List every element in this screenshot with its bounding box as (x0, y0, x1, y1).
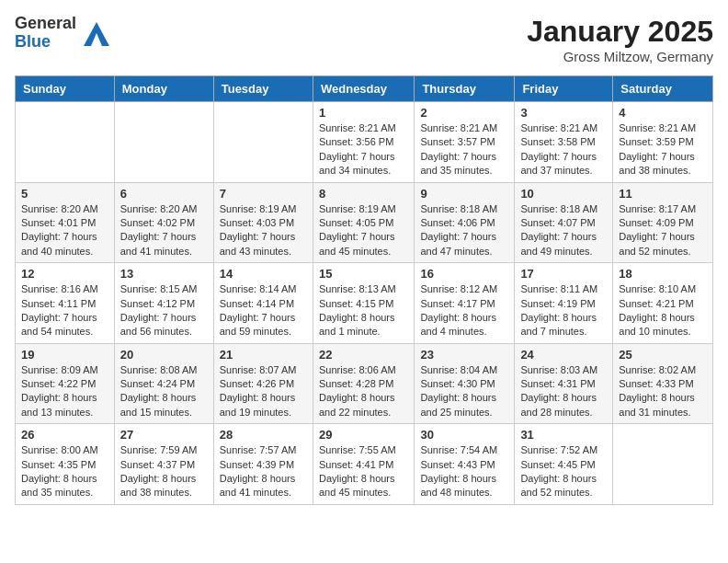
day-number: 31 (520, 428, 607, 442)
calendar-cell: 21Sunrise: 8:07 AM Sunset: 4:26 PM Dayli… (213, 343, 313, 424)
calendar-cell: 1Sunrise: 8:21 AM Sunset: 3:56 PM Daylig… (313, 102, 414, 183)
calendar-cell: 27Sunrise: 7:59 AM Sunset: 4:37 PM Dayli… (114, 424, 213, 505)
day-info: Sunrise: 7:54 AM Sunset: 4:43 PM Dayligh… (420, 443, 508, 500)
day-info: Sunrise: 8:18 AM Sunset: 4:07 PM Dayligh… (520, 202, 607, 259)
calendar-cell: 16Sunrise: 8:12 AM Sunset: 4:17 PM Dayli… (415, 263, 515, 344)
day-number: 4 (619, 106, 707, 120)
calendar-cell (213, 102, 313, 183)
day-number: 26 (21, 428, 108, 442)
day-number: 30 (420, 428, 508, 442)
weekday-header: Sunday (16, 76, 115, 102)
weekday-header: Monday (114, 76, 213, 102)
weekday-header: Wednesday (313, 76, 414, 102)
calendar-week-row: 26Sunrise: 8:00 AM Sunset: 4:35 PM Dayli… (16, 424, 713, 505)
calendar-cell (114, 102, 213, 183)
day-info: Sunrise: 8:12 AM Sunset: 4:17 PM Dayligh… (420, 282, 508, 339)
calendar-cell (613, 424, 713, 505)
day-number: 15 (319, 267, 408, 281)
calendar-cell: 8Sunrise: 8:19 AM Sunset: 4:05 PM Daylig… (313, 182, 414, 263)
title-block: January 2025 Gross Miltzow, Germany (527, 15, 713, 64)
weekday-header: Tuesday (213, 76, 313, 102)
day-number: 16 (420, 267, 508, 281)
day-info: Sunrise: 8:04 AM Sunset: 4:30 PM Dayligh… (420, 363, 508, 420)
logo: General Blue (15, 15, 113, 52)
day-info: Sunrise: 8:20 AM Sunset: 4:01 PM Dayligh… (21, 202, 108, 259)
calendar-cell: 4Sunrise: 8:21 AM Sunset: 3:59 PM Daylig… (613, 102, 713, 183)
day-info: Sunrise: 8:21 AM Sunset: 3:57 PM Dayligh… (420, 121, 508, 178)
day-number: 25 (619, 348, 707, 362)
logo-text-blue: Blue (15, 33, 51, 52)
day-number: 13 (120, 267, 208, 281)
location-title: Gross Miltzow, Germany (527, 49, 713, 64)
day-info: Sunrise: 8:07 AM Sunset: 4:26 PM Dayligh… (220, 363, 307, 420)
calendar-cell (16, 102, 115, 183)
calendar-week-row: 19Sunrise: 8:09 AM Sunset: 4:22 PM Dayli… (16, 343, 713, 424)
day-info: Sunrise: 8:02 AM Sunset: 4:33 PM Dayligh… (619, 363, 707, 420)
day-info: Sunrise: 8:10 AM Sunset: 4:21 PM Dayligh… (619, 282, 707, 339)
day-info: Sunrise: 8:17 AM Sunset: 4:09 PM Dayligh… (619, 202, 707, 259)
day-number: 19 (21, 348, 108, 362)
day-number: 14 (220, 267, 307, 281)
day-number: 17 (520, 267, 607, 281)
day-info: Sunrise: 8:00 AM Sunset: 4:35 PM Dayligh… (21, 443, 108, 500)
calendar-cell: 13Sunrise: 8:15 AM Sunset: 4:12 PM Dayli… (114, 263, 213, 344)
calendar-cell: 23Sunrise: 8:04 AM Sunset: 4:30 PM Dayli… (415, 343, 515, 424)
day-number: 24 (520, 348, 607, 362)
day-number: 1 (319, 106, 408, 120)
day-number: 10 (520, 187, 607, 201)
weekday-header-row: SundayMondayTuesdayWednesdayThursdayFrid… (16, 76, 713, 102)
calendar-cell: 5Sunrise: 8:20 AM Sunset: 4:01 PM Daylig… (16, 182, 115, 263)
day-info: Sunrise: 7:52 AM Sunset: 4:45 PM Dayligh… (520, 443, 607, 500)
calendar-cell: 29Sunrise: 7:55 AM Sunset: 4:41 PM Dayli… (313, 424, 414, 505)
day-number: 2 (420, 106, 508, 120)
day-number: 21 (220, 348, 307, 362)
calendar-cell: 20Sunrise: 8:08 AM Sunset: 4:24 PM Dayli… (114, 343, 213, 424)
page-header: General Blue January 2025 Gross Miltzow,… (15, 15, 713, 64)
calendar-cell: 22Sunrise: 8:06 AM Sunset: 4:28 PM Dayli… (313, 343, 414, 424)
day-info: Sunrise: 8:19 AM Sunset: 4:03 PM Dayligh… (220, 202, 307, 259)
calendar-cell: 3Sunrise: 8:21 AM Sunset: 3:58 PM Daylig… (515, 102, 613, 183)
calendar-cell: 28Sunrise: 7:57 AM Sunset: 4:39 PM Dayli… (213, 424, 313, 505)
calendar-cell: 7Sunrise: 8:19 AM Sunset: 4:03 PM Daylig… (213, 182, 313, 263)
logo-icon (80, 17, 113, 50)
day-number: 28 (220, 428, 307, 442)
day-number: 7 (220, 187, 307, 201)
calendar-week-row: 5Sunrise: 8:20 AM Sunset: 4:01 PM Daylig… (16, 182, 713, 263)
calendar-cell: 19Sunrise: 8:09 AM Sunset: 4:22 PM Dayli… (16, 343, 115, 424)
day-info: Sunrise: 8:14 AM Sunset: 4:14 PM Dayligh… (220, 282, 307, 339)
day-info: Sunrise: 8:09 AM Sunset: 4:22 PM Dayligh… (21, 363, 108, 420)
day-info: Sunrise: 8:18 AM Sunset: 4:06 PM Dayligh… (420, 202, 508, 259)
calendar-cell: 11Sunrise: 8:17 AM Sunset: 4:09 PM Dayli… (613, 182, 713, 263)
day-number: 11 (619, 187, 707, 201)
weekday-header: Thursday (415, 76, 515, 102)
day-number: 23 (420, 348, 508, 362)
calendar-cell: 26Sunrise: 8:00 AM Sunset: 4:35 PM Dayli… (16, 424, 115, 505)
day-number: 27 (120, 428, 208, 442)
day-info: Sunrise: 8:11 AM Sunset: 4:19 PM Dayligh… (520, 282, 607, 339)
day-number: 29 (319, 428, 408, 442)
day-info: Sunrise: 8:21 AM Sunset: 3:59 PM Dayligh… (619, 121, 707, 178)
logo-text-general: General (15, 15, 76, 33)
day-info: Sunrise: 7:57 AM Sunset: 4:39 PM Dayligh… (220, 443, 307, 500)
calendar-cell: 6Sunrise: 8:20 AM Sunset: 4:02 PM Daylig… (114, 182, 213, 263)
calendar-cell: 17Sunrise: 8:11 AM Sunset: 4:19 PM Dayli… (515, 263, 613, 344)
calendar-cell: 2Sunrise: 8:21 AM Sunset: 3:57 PM Daylig… (415, 102, 515, 183)
month-title: January 2025 (527, 15, 713, 49)
day-info: Sunrise: 8:13 AM Sunset: 4:15 PM Dayligh… (319, 282, 408, 339)
day-info: Sunrise: 8:03 AM Sunset: 4:31 PM Dayligh… (520, 363, 607, 420)
calendar-table: SundayMondayTuesdayWednesdayThursdayFrid… (15, 75, 713, 505)
day-info: Sunrise: 7:59 AM Sunset: 4:37 PM Dayligh… (120, 443, 208, 500)
weekday-header: Saturday (613, 76, 713, 102)
day-number: 8 (319, 187, 408, 201)
day-info: Sunrise: 8:19 AM Sunset: 4:05 PM Dayligh… (319, 202, 408, 259)
day-info: Sunrise: 8:20 AM Sunset: 4:02 PM Dayligh… (120, 202, 208, 259)
day-info: Sunrise: 8:21 AM Sunset: 3:58 PM Dayligh… (520, 121, 607, 178)
day-info: Sunrise: 8:15 AM Sunset: 4:12 PM Dayligh… (120, 282, 208, 339)
calendar-cell: 10Sunrise: 8:18 AM Sunset: 4:07 PM Dayli… (515, 182, 613, 263)
calendar-week-row: 12Sunrise: 8:16 AM Sunset: 4:11 PM Dayli… (16, 263, 713, 344)
calendar-cell: 30Sunrise: 7:54 AM Sunset: 4:43 PM Dayli… (415, 424, 515, 505)
calendar-cell: 18Sunrise: 8:10 AM Sunset: 4:21 PM Dayli… (613, 263, 713, 344)
day-number: 22 (319, 348, 408, 362)
day-info: Sunrise: 8:16 AM Sunset: 4:11 PM Dayligh… (21, 282, 108, 339)
day-info: Sunrise: 7:55 AM Sunset: 4:41 PM Dayligh… (319, 443, 408, 500)
